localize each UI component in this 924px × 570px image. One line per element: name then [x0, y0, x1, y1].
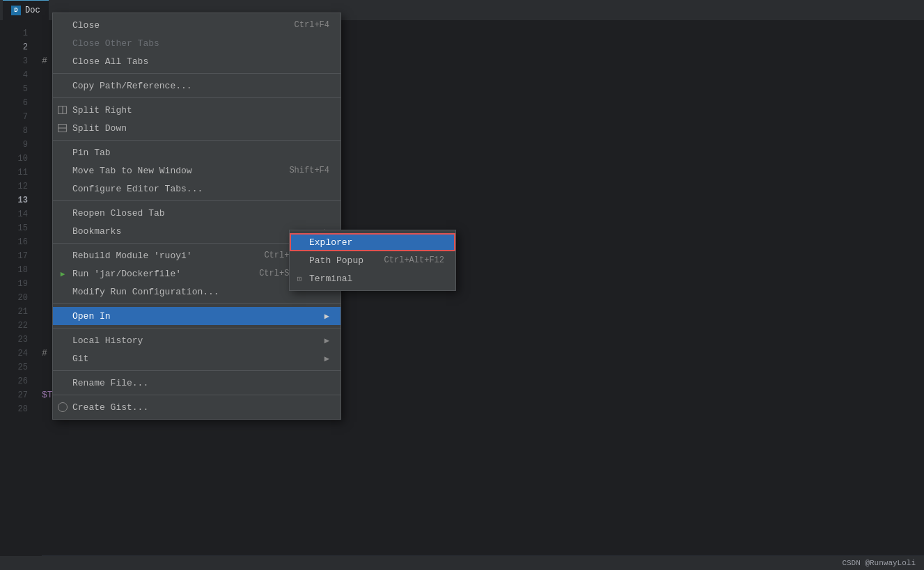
menu-item-pin-tab[interactable]: Pin Tab	[53, 143, 340, 161]
menu-item-rename-file[interactable]: Rename File...	[53, 374, 340, 392]
menu-label-open-in: Open In	[72, 311, 111, 322]
menu-label-close: Close	[72, 20, 100, 31]
git-arrow-icon: ▶	[324, 354, 329, 364]
status-right-text: CSDN @RunwayLoli	[842, 559, 916, 567]
separator-1	[53, 73, 340, 74]
menu-item-split-right[interactable]: Split Right	[53, 101, 340, 119]
separator-9	[53, 395, 340, 395]
menu-label-git: Git	[72, 354, 88, 364]
split-down-icon	[57, 122, 68, 134]
menu-item-local-history[interactable]: Local History ▶	[53, 331, 340, 349]
line-numbers: 1 2 3 4 5 6 7 8 9 10 11 12 13 14 15 16 1…	[0, 21, 35, 556]
submenu-item-path-popup[interactable]: Path Popup Ctrl+Alt+F12	[290, 251, 455, 269]
menu-item-move-tab[interactable]: Move Tab to New Window Shift+F4	[53, 161, 340, 180]
run-icon: ▶	[57, 268, 68, 279]
menu-item-copy-path[interactable]: Copy Path/Reference...	[53, 77, 340, 95]
menu-label-local-history: Local History	[72, 335, 143, 346]
menu-label-move-tab: Move Tab to New Window	[72, 166, 192, 176]
active-tab[interactable]: D Doc	[3, 0, 49, 21]
submenu-label-explorer: Explorer	[309, 237, 352, 248]
code-line-10	[42, 430, 924, 444]
menu-item-open-in[interactable]: Open In ▶	[53, 307, 340, 325]
menu-item-close-other-tabs: Close Other Tabs	[53, 34, 340, 52]
terminal-icon: ⊡	[294, 273, 305, 284]
menu-shortcut-move-tab: Shift+F4	[289, 166, 329, 175]
submenu-label-terminal: Terminal	[309, 274, 352, 284]
menu-label-create-gist: Create Gist...	[72, 402, 148, 413]
menu-item-close-all-tabs[interactable]: Close All Tabs	[53, 52, 340, 70]
menu-label-rename-file: Rename File...	[72, 378, 148, 388]
submenu-shortcut-path-popup: Ctrl+Alt+F12	[384, 255, 444, 265]
context-menu: Close Ctrl+F4 Close Other Tabs Close All…	[52, 13, 341, 420]
submenu-item-explorer[interactable]: Explorer	[290, 233, 455, 251]
menu-item-create-gist[interactable]: Create Gist...	[53, 398, 340, 416]
code-line-11	[42, 472, 924, 486]
separator-6	[53, 303, 340, 304]
separator-8	[53, 370, 340, 371]
code-line-12	[42, 514, 924, 528]
menu-label-split-down: Split Down	[72, 123, 127, 134]
menu-item-close[interactable]: Close Ctrl+F4	[53, 16, 340, 34]
separator-7	[53, 328, 340, 328]
menu-label-modify-run: Modify Run Configuration...	[72, 287, 219, 297]
menu-item-split-down[interactable]: Split Down	[53, 119, 340, 137]
menu-label-copy-path: Copy Path/Reference...	[72, 81, 192, 91]
status-bar: CSDN @RunwayLoli	[0, 556, 924, 570]
menu-label-reopen-closed: Reopen Closed Tab	[72, 208, 165, 219]
tab-file-icon: D	[11, 6, 21, 15]
menu-label-run-jar: Run 'jar/Dockerfile'	[72, 269, 181, 279]
open-in-submenu: Explorer Path Popup Ctrl+Alt+F12 ⊡ Termi…	[289, 230, 456, 291]
menu-label-rebuild-module: Rebuild Module 'ruoyi'	[72, 251, 192, 261]
separator-4	[53, 200, 340, 201]
menu-label-split-right: Split Right	[72, 105, 132, 116]
menu-label-configure-tabs: Configure Editor Tabs...	[72, 184, 203, 194]
menu-shortcut-close: Ctrl+F4	[295, 20, 329, 30]
submenu-item-terminal[interactable]: ⊡ Terminal	[290, 269, 455, 287]
separator-2	[53, 97, 340, 98]
local-history-arrow-icon: ▶	[324, 335, 329, 346]
separator-3	[53, 140, 340, 141]
tab-label: Doc	[25, 6, 40, 15]
menu-item-git[interactable]: Git ▶	[53, 349, 340, 367]
menu-label-close-other-tabs: Close Other Tabs	[72, 38, 159, 49]
menu-label-close-all-tabs: Close All Tabs	[72, 56, 148, 67]
gist-icon	[57, 402, 68, 413]
menu-label-pin-tab: Pin Tab	[72, 148, 111, 158]
menu-item-configure-tabs[interactable]: Configure Editor Tabs...	[53, 180, 340, 198]
menu-item-reopen-closed[interactable]: Reopen Closed Tab	[53, 204, 340, 222]
submenu-label-path-popup: Path Popup	[309, 255, 363, 266]
menu-label-bookmarks: Bookmarks	[72, 226, 121, 237]
split-right-icon	[57, 104, 68, 116]
open-in-arrow-icon: ▶	[324, 311, 329, 322]
